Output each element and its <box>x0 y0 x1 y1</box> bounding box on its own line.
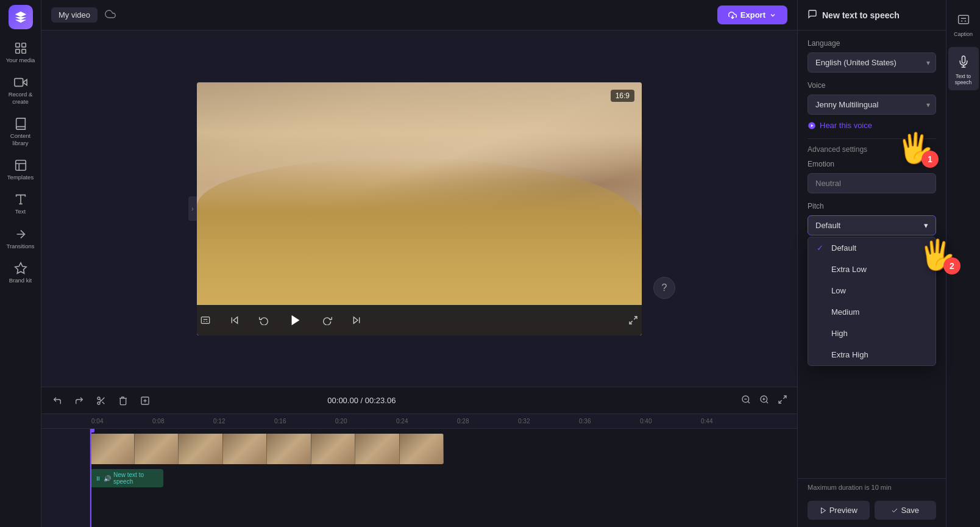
ruler-mark: 0:32 <box>517 418 578 425</box>
svg-rect-38 <box>958 15 968 23</box>
zoom-out-button[interactable] <box>739 392 753 409</box>
pitch-select-button[interactable]: Default ▾ <box>808 215 936 235</box>
panel-collapse-button[interactable]: › <box>188 196 197 221</box>
ruler-mark: 0:04 <box>90 418 151 425</box>
cut-button[interactable] <box>93 392 110 409</box>
sidebar-item-content-library[interactable]: Content library <box>2 112 39 151</box>
language-section: Language English (United States) ▾ <box>798 30 946 81</box>
add-to-timeline-button[interactable] <box>137 392 154 409</box>
video-track[interactable] <box>90 434 444 464</box>
pitch-option-low[interactable]: Low <box>808 280 936 301</box>
pitch-label: Pitch <box>808 202 936 210</box>
svg-rect-1 <box>21 43 25 47</box>
svg-line-16 <box>634 317 637 320</box>
video-thumb-7 <box>355 434 400 464</box>
timeline-area: 00:00.00 / 00:23.06 0:04 0:08 0:12 0:16 <box>41 387 797 527</box>
video-thumb-4 <box>223 434 268 464</box>
voice-section: Voice Jenny Multilingual ▾ Hear this voi… <box>798 81 946 138</box>
video-thumb-5 <box>267 434 311 464</box>
pitch-option-extra-high[interactable]: Extra High <box>808 344 936 365</box>
check-icon: ✓ <box>817 243 826 253</box>
text-to-speech-tab[interactable]: Text to speech <box>948 47 979 90</box>
max-duration-label: Maximum duration is 10 min <box>798 479 946 496</box>
redo-button[interactable] <box>71 392 88 409</box>
video-thumb-2 <box>135 434 179 464</box>
pitch-option-medium[interactable]: Medium <box>808 301 936 323</box>
caption-tab[interactable]: Caption <box>948 5 979 42</box>
language-select[interactable]: English (United States) <box>808 52 936 73</box>
preview-button[interactable]: Preview <box>808 501 870 520</box>
delete-button[interactable] <box>115 392 132 409</box>
sidebar-item-brand-kit[interactable]: Brand kit <box>2 257 39 289</box>
timeline-toolbar: 00:00.00 / 00:23.06 <box>41 387 797 414</box>
ruler-mark: 0:40 <box>639 418 700 425</box>
svg-rect-5 <box>15 160 26 171</box>
play-button[interactable] <box>285 309 307 331</box>
ruler-mark: 0:44 <box>700 418 761 425</box>
ruler-mark: 0:28 <box>456 418 517 425</box>
video-frame[interactable] <box>197 82 642 335</box>
ruler-mark: 0:16 <box>273 418 334 425</box>
save-button[interactable]: Save <box>875 501 937 520</box>
svg-line-27 <box>748 401 750 403</box>
pitch-select-wrapper: Default ▾ ✓ Default Extra Low Low <box>808 215 936 235</box>
svg-point-19 <box>98 402 100 404</box>
fast-forward-button[interactable] <box>319 312 336 329</box>
sidebar-item-record-create[interactable]: Record & create <box>2 71 39 110</box>
video-thumb-1 <box>90 434 135 464</box>
sidebar-item-templates[interactable]: Templates <box>2 154 39 185</box>
pitch-option-extra-low[interactable]: Extra Low <box>808 259 936 280</box>
ruler-mark: 0:08 <box>151 418 212 425</box>
pitch-option-default[interactable]: ✓ Default <box>808 237 936 259</box>
fullscreen-button[interactable] <box>625 312 642 329</box>
rewind-button[interactable] <box>255 312 272 329</box>
pitch-dropdown-arrow: ▾ <box>924 221 928 230</box>
sidebar-item-text[interactable]: Text <box>2 188 39 220</box>
zoom-controls <box>739 392 790 409</box>
playhead[interactable] <box>90 429 91 527</box>
zoom-in-button[interactable] <box>757 392 772 409</box>
project-name[interactable]: My video <box>51 7 98 23</box>
emotion-section: Emotion Neutral <box>798 157 946 202</box>
voice-select[interactable]: Jenny Multilingual <box>808 95 936 115</box>
svg-marker-8 <box>15 263 26 273</box>
svg-rect-3 <box>21 49 25 53</box>
sidebar-item-transitions[interactable]: Transitions <box>2 223 39 254</box>
time-display: 00:00.00 / 00:23.06 <box>327 396 396 405</box>
video-container: 16:9 <box>197 82 642 335</box>
audio-track[interactable]: ⏸ 🔊 New text to speech <box>90 469 163 487</box>
pitch-option-high[interactable]: High <box>808 323 936 344</box>
panel-footer: Maximum duration is 10 min Preview Save <box>798 478 946 527</box>
left-sidebar: Your media Record & create Content libra… <box>0 0 41 527</box>
svg-rect-2 <box>15 49 19 53</box>
undo-button[interactable] <box>49 392 66 409</box>
hear-voice-button[interactable]: Hear this voice <box>808 121 872 130</box>
ruler-mark: 0:24 <box>395 418 456 425</box>
emotion-label: Emotion <box>808 160 936 168</box>
svg-line-21 <box>102 401 105 404</box>
preview-area: 16:9 <box>41 30 797 387</box>
audio-track-label: ⏸ 🔊 New text to speech <box>95 471 158 485</box>
svg-line-33 <box>783 396 786 399</box>
help-button[interactable]: ? <box>653 277 675 299</box>
svg-marker-37 <box>821 507 825 513</box>
video-controls <box>197 305 642 335</box>
voice-label: Voice <box>808 81 936 90</box>
skip-back-button[interactable] <box>226 312 243 329</box>
sidebar-item-your-media[interactable]: Your media <box>2 37 39 68</box>
fit-to-window-button[interactable] <box>775 392 790 409</box>
track-content[interactable]: ⏸ 🔊 New text to speech <box>90 429 797 527</box>
export-button[interactable]: Export <box>717 5 787 24</box>
ruler-mark: 0:12 <box>212 418 273 425</box>
footer-buttons: Preview Save <box>798 496 946 527</box>
track-labels <box>41 429 90 527</box>
svg-rect-0 <box>15 43 19 47</box>
app-logo[interactable] <box>9 5 33 29</box>
subtitle-toggle-button[interactable] <box>197 312 214 329</box>
svg-marker-14 <box>353 317 358 323</box>
advanced-settings-label: Advanced settings <box>798 139 946 157</box>
timeline-tracks: ⏸ 🔊 New text to speech <box>41 429 797 527</box>
skip-forward-button[interactable] <box>348 312 365 329</box>
svg-line-30 <box>766 401 768 403</box>
topbar: My video Export <box>41 0 797 30</box>
